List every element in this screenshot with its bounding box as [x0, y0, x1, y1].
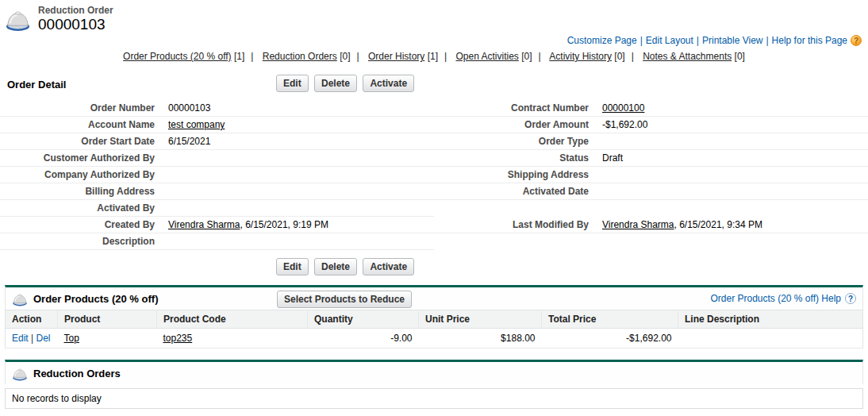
reduction-orders-section: Reduction Orders No records to display: [5, 360, 863, 409]
column-product-code: Product Code: [157, 310, 308, 329]
column-quantity: Quantity: [308, 310, 419, 329]
link-separator: |: [640, 35, 643, 46]
help-icon[interactable]: ?: [851, 35, 862, 46]
quicklink-open-activities[interactable]: Open Activities [0]: [455, 51, 532, 62]
field-order-start-date: Order Start Date 6/15/2021: [0, 133, 434, 150]
field-order-amount: Order Amount -$1,692.00: [434, 117, 868, 133]
reduction-orders-title: Reduction Orders: [33, 368, 121, 379]
order-detail-header: Order Detail Edit Delete Activate: [0, 75, 868, 94]
table-header-row: Action Product Product Code Quantity Uni…: [6, 310, 863, 329]
reduction-orders-header: Reduction Orders: [5, 360, 863, 384]
delete-button[interactable]: Delete: [314, 75, 357, 92]
column-line-description: Line Description: [678, 310, 863, 329]
column-action: Action: [6, 310, 58, 329]
row-edit-link[interactable]: Edit: [12, 333, 29, 344]
field-order-type: Order Type: [434, 133, 868, 150]
order-products-header: Order Products (20 % off) Select Product…: [5, 285, 863, 310]
customize-page-link[interactable]: Customize Page: [567, 35, 637, 46]
unit-price-value: $188.00: [419, 329, 542, 349]
detail-buttons-bottom: Edit Delete Activate: [276, 258, 868, 275]
order-products-section: Order Products (20 % off) Select Product…: [5, 285, 863, 349]
status-value: Draft: [589, 152, 623, 164]
row-actions: Edit | Del: [6, 329, 58, 349]
field-contract-number: Contract Number 00000100: [434, 100, 868, 117]
quicklink-separator: |: [444, 51, 447, 62]
page-title: 00000103: [38, 16, 113, 33]
link-separator: |: [697, 35, 699, 46]
activate-button[interactable]: Activate: [363, 75, 414, 92]
field-created-by: Created By Virendra Sharma, 6/15/2021, 9…: [0, 217, 434, 233]
select-products-to-reduce-button[interactable]: Select Products to Reduce: [277, 291, 412, 308]
page-header: Reduction Order 00000103: [0, 0, 868, 32]
order-products-table: Action Product Product Code Quantity Uni…: [5, 310, 863, 349]
field-company-authorized-by: Company Authorized By: [0, 167, 434, 183]
field-status: Status Draft: [434, 150, 868, 167]
quicklink-order-products[interactable]: Order Products (20 % off) [1]: [123, 51, 244, 62]
link-separator: |: [766, 35, 768, 46]
quicklink-separator: |: [356, 51, 359, 62]
last-modified-by-user-link[interactable]: Virendra Sharma: [602, 219, 674, 230]
detail-right-column: Contract Number 00000100 Order Amount -$…: [434, 100, 868, 250]
order-detail-grid: Order Number 00000103 Account Name test …: [0, 100, 868, 250]
field-last-modified-by: Last Modified By Virendra Sharma, 6/15/2…: [434, 217, 868, 233]
entity-type-label: Reduction Order: [38, 6, 113, 16]
quicklink-separator: |: [539, 51, 541, 62]
related-list-quicklinks: Order Products (20 % off) [1]| Reduction…: [0, 51, 868, 62]
reduction-orders-bell-icon: [12, 365, 28, 381]
row-del-link[interactable]: Del: [36, 333, 51, 344]
quicklink-activity-history[interactable]: Activity History [0]: [549, 51, 624, 62]
field-activated-by: Activated By: [0, 200, 434, 217]
order-detail-title: Order Detail: [7, 79, 66, 91]
order-products-help-icon[interactable]: ?: [845, 293, 856, 304]
delete-button[interactable]: Delete: [314, 258, 357, 275]
field-spacer: [434, 200, 868, 217]
quicklink-separator: |: [251, 51, 253, 62]
column-product: Product: [58, 310, 157, 329]
column-unit-price: Unit Price: [419, 310, 542, 329]
detail-buttons-top: Edit Delete Activate: [276, 75, 417, 92]
order-products-help-link[interactable]: Order Products (20 % off) Help: [710, 293, 841, 304]
field-spacer: [434, 233, 868, 250]
total-price-value: -$1,692.00: [542, 329, 678, 349]
edit-button[interactable]: Edit: [276, 258, 309, 275]
field-order-number: Order Number 00000103: [0, 100, 434, 117]
edit-button[interactable]: Edit: [276, 75, 309, 92]
product-link[interactable]: Top: [64, 333, 79, 344]
table-row: Edit | Del Top top235 -9.00 $188.00 -$1,…: [6, 329, 863, 349]
help-for-page-link[interactable]: Help for this Page: [772, 35, 847, 46]
field-description: Description: [0, 233, 434, 250]
field-activated-date: Activated Date: [434, 183, 868, 200]
order-products-title: Order Products (20 % off): [33, 293, 158, 305]
contract-number-link[interactable]: 00000100: [589, 102, 644, 114]
field-billing-address: Billing Address: [0, 183, 434, 200]
quicklink-separator: |: [632, 51, 634, 62]
page-action-links: Customize Page | Edit Layout | Printable…: [567, 35, 862, 46]
reduction-order-bell-icon: [5, 6, 31, 32]
no-records-message: No records to display: [5, 388, 863, 409]
order-products-bell-icon: [12, 291, 28, 306]
quicklink-order-history[interactable]: Order History [1]: [368, 51, 438, 62]
detail-left-column: Order Number 00000103 Account Name test …: [0, 100, 434, 250]
line-description-value: [678, 329, 863, 349]
edit-layout-link[interactable]: Edit Layout: [646, 35, 693, 46]
column-total-price: Total Price: [542, 310, 678, 329]
activate-button[interactable]: Activate: [363, 258, 414, 275]
field-customer-authorized-by: Customer Authorized By: [0, 150, 434, 167]
created-by-user-link[interactable]: Virendra Sharma: [168, 219, 240, 230]
printable-view-link[interactable]: Printable View: [702, 35, 763, 46]
field-shipping-address: Shipping Address: [434, 167, 868, 183]
field-account-name: Account Name test company: [0, 117, 434, 133]
quicklink-reduction-orders[interactable]: Reduction Orders [0]: [263, 51, 351, 62]
quantity-value: -9.00: [308, 329, 419, 349]
account-name-link[interactable]: test company: [155, 119, 225, 130]
product-code-link[interactable]: top235: [163, 333, 193, 344]
quicklink-notes-attachments[interactable]: Notes & Attachments [0]: [643, 51, 745, 62]
